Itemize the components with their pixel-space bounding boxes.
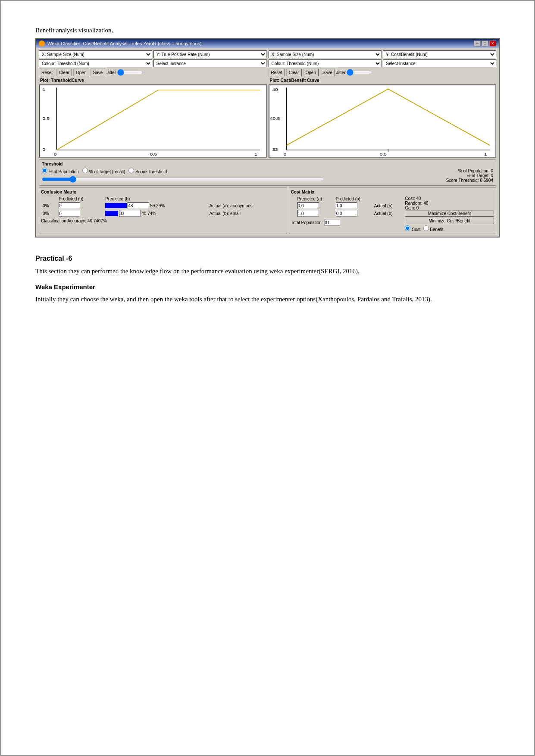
threshold-radio1[interactable]	[42, 168, 47, 173]
threshold-info: % of Population: 0 % of Target: 0 Score …	[446, 169, 493, 183]
cost-radio[interactable]	[405, 225, 410, 231]
confusion-cell-1-0[interactable]	[59, 210, 80, 217]
svg-text:0.5: 0.5	[379, 152, 386, 156]
bottom-section: Confusion Matrix Predicted (a) Predicted…	[39, 187, 496, 234]
progress-bar-48	[105, 203, 127, 208]
cost-matrix: Cost Matrix Predicted (a) Predicted (b)	[289, 187, 496, 234]
confusion-cell-1-1[interactable]	[119, 210, 141, 217]
right-x-select[interactable]: X: Sample Size (Num)	[269, 50, 382, 58]
threshold-radios: % of Population % of Target (recall) Sco…	[42, 168, 446, 174]
confusion-actual-b-label: Actual (b): email	[208, 209, 285, 217]
threshold-controls-row: % of Population % of Target (recall) Sco…	[42, 168, 493, 184]
right-open-button[interactable]: Open	[303, 69, 319, 76]
confusion-empty-cell	[41, 196, 57, 202]
left-buttons-row: Reset Clear Open Save Jitter	[39, 69, 267, 76]
practical-paragraph1: This section they can performed the know…	[35, 266, 500, 276]
left-reset-button[interactable]: Reset	[39, 69, 55, 76]
confusion-matrix-title: Confusion Matrix	[41, 190, 285, 194]
progress-bar-0a: 0%	[43, 203, 55, 208]
confusion-actual-header	[208, 196, 285, 202]
confusion-val-0	[57, 202, 103, 209]
right-x-row: X: Sample Size (Num) Y: Cost/Benefit (Nu…	[269, 50, 497, 58]
left-jitter-label: Jitter	[106, 70, 116, 75]
threshold-slider[interactable]	[42, 176, 325, 183]
benefit-radio[interactable]	[423, 225, 429, 231]
cost-input-10[interactable]	[297, 210, 319, 217]
cost-cell-00	[296, 202, 334, 209]
svg-text:0.5: 0.5	[150, 152, 157, 156]
minimize-button[interactable]: ─	[474, 41, 481, 47]
svg-text:0.5: 0.5	[43, 116, 50, 121]
confusion-pct-0a: 0%	[41, 202, 57, 209]
right-instance-select[interactable]: Select Instance	[383, 59, 496, 67]
threshold-radio2-text: % of Target (recall)	[89, 169, 125, 174]
cost-input-00[interactable]	[297, 202, 319, 209]
minimize-button[interactable]: Minimize Cost/Benefit	[405, 218, 494, 224]
svg-text:1: 1	[43, 87, 46, 92]
left-panel: X: Sample Size (Num) Y: True Positive Ra…	[39, 50, 267, 158]
right-colour-select[interactable]: Colour: Threshold (Num)	[269, 59, 382, 67]
confusion-val-48: 59.29%	[103, 202, 208, 209]
svg-text:1: 1	[484, 152, 487, 156]
cost-matrix-inner: Predicted (a) Predicted (b)	[291, 196, 494, 232]
threshold-radio3[interactable]	[128, 168, 134, 173]
restore-button[interactable]: □	[482, 41, 488, 47]
left-clear-button[interactable]: Clear	[56, 69, 72, 76]
pct-4074-text: 40.74%	[141, 211, 156, 216]
right-save-button[interactable]: Save	[320, 69, 335, 76]
confusion-pred-b-header: Predicted (b)	[103, 196, 208, 202]
left-save-button[interactable]: Save	[91, 69, 106, 76]
close-button[interactable]: ✕	[489, 41, 496, 47]
right-panel: X: Sample Size (Num) Y: Cost/Benefit (Nu…	[269, 50, 497, 158]
left-jitter-slider[interactable]	[117, 69, 143, 76]
weka-window: Weka Classifier: Cost/Benefit Analysis -…	[35, 38, 500, 237]
left-colour-select[interactable]: Colour: Threshold (Num)	[39, 59, 152, 67]
confusion-val-33-container: 40.74%	[105, 210, 206, 217]
cost-empty	[291, 196, 296, 202]
cost-label: Cost: 48	[405, 196, 494, 201]
threshold-slider-container	[42, 176, 446, 184]
pct-0b-text: 0%	[43, 211, 49, 216]
cost-radio-text: Cost	[412, 227, 421, 232]
total-pop-input[interactable]	[325, 219, 340, 226]
cost-matrix-table: Predicted (a) Predicted (b)	[291, 196, 403, 217]
cost-matrix-table-container: Predicted (a) Predicted (b)	[291, 196, 403, 232]
left-x-select[interactable]: X: Sample Size (Num)	[39, 50, 152, 58]
left-instance-select[interactable]: Select Instance	[153, 59, 267, 67]
left-open-button[interactable]: Open	[73, 69, 89, 76]
right-jitter-slider[interactable]	[347, 69, 372, 76]
right-clear-button[interactable]: Clear	[286, 69, 302, 76]
cost-cell-01	[334, 202, 372, 209]
weka-window-controls: ─ □ ✕	[474, 41, 496, 47]
right-buttons-row: Reset Clear Open Save Jitter	[269, 69, 497, 76]
threshold-pct-target: % of Target: 0	[446, 173, 493, 178]
svg-text:40.5: 40.5	[270, 116, 280, 121]
confusion-row-b: 0% 40.74%	[41, 209, 285, 217]
cost-radio-row: Cost Benefit	[405, 225, 494, 232]
confusion-cell-0-1[interactable]	[128, 202, 149, 209]
svg-text:0: 0	[54, 152, 57, 156]
cost-row-a: Actual (a)	[291, 202, 403, 209]
cost-input-01[interactable]	[336, 202, 357, 209]
maximize-button[interactable]: Maximize Cost/Benefit	[405, 210, 494, 217]
cost-actual-a: Actual (a)	[372, 202, 402, 209]
threshold-title: Threshold	[42, 162, 493, 166]
cost-actual-header	[372, 196, 402, 202]
svg-text:0: 0	[43, 147, 46, 152]
confusion-matrix-table: Predicted (a) Predicted (b) 0%	[41, 196, 285, 217]
right-reset-button[interactable]: Reset	[269, 69, 285, 76]
cost-info-panel: Cost: 48 Random: 48 Gain: 0 Maximize Cos…	[405, 196, 494, 232]
cost-input-11[interactable]	[336, 210, 357, 217]
cost-cell-10	[296, 209, 334, 217]
left-y-select[interactable]: Y: True Positive Rate (Num)	[153, 50, 267, 58]
weka-icon	[39, 41, 45, 47]
right-y-select[interactable]: Y: Cost/Benefit (Num)	[383, 50, 496, 58]
benefit-radio-label: Benefit	[423, 225, 444, 232]
confusion-cell-0-0[interactable]	[59, 202, 80, 209]
confusion-pred-a-header: Predicted (a)	[57, 196, 103, 202]
threshold-left: % of Population % of Target (recall) Sco…	[42, 168, 446, 184]
threshold-radio2[interactable]	[82, 168, 88, 173]
cost-empty-a	[291, 202, 296, 209]
page: Benefit analysis visualization, Weka Cla…	[0, 0, 535, 756]
weka-body: X: Sample Size (Num) Y: True Positive Ra…	[36, 48, 499, 237]
